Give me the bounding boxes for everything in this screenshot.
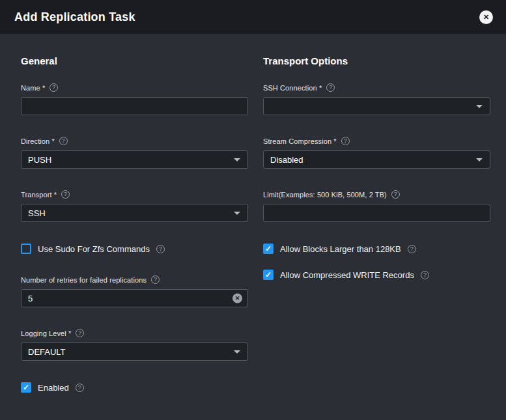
retries-label: Number of retries for failed replication…: [21, 276, 147, 284]
limit-field-group: Limit(Examples: 500 KiB, 500M, 2 TB) ?: [263, 190, 490, 222]
sudo-checkbox-row[interactable]: ✓ Use Sudo For Zfs Commands ?: [21, 244, 248, 254]
ssh-connection-select[interactable]: [263, 97, 490, 115]
retries-input[interactable]: [21, 289, 248, 307]
help-icon[interactable]: ?: [49, 83, 58, 92]
logging-field-group: Logging Level * ? DEFAULT: [21, 329, 248, 361]
name-label-row: Name * ?: [21, 83, 248, 92]
help-icon[interactable]: ?: [408, 245, 416, 253]
check-icon: ✓: [265, 271, 272, 279]
chevron-down-icon: [234, 212, 240, 215]
clear-glyph: ✕: [235, 296, 240, 301]
check-icon: ✓: [23, 384, 29, 391]
transport-options-heading: Transport Options: [263, 55, 490, 66]
transport-select-value: SSH: [28, 208, 46, 218]
name-label: Name *: [21, 84, 45, 92]
direction-field-group: Direction * ? PUSH: [21, 137, 248, 169]
enabled-checkbox[interactable]: ✓: [21, 382, 31, 393]
name-field-group: Name * ?: [21, 83, 248, 115]
help-icon[interactable]: ?: [76, 384, 84, 392]
retries-label-row: Number of retries for failed replication…: [21, 275, 248, 284]
chevron-down-icon: [234, 350, 240, 354]
close-glyph: ✕: [483, 14, 489, 21]
compressed-write-checkbox[interactable]: ✓: [263, 270, 274, 280]
transport-options-column: Transport Options SSH Connection * ? Str…: [263, 34, 490, 414]
retries-input-wrap: ✕: [21, 289, 248, 307]
transport-select[interactable]: SSH: [21, 204, 248, 222]
limit-label-row: Limit(Examples: 500 KiB, 500M, 2 TB) ?: [263, 190, 490, 199]
dialog-header: Add Replication Task ✕: [0, 0, 506, 34]
transport-field-group: Transport * ? SSH: [21, 190, 248, 222]
close-icon[interactable]: ✕: [479, 10, 493, 24]
compressed-write-checkbox-label: Allow Compressed WRITE Records: [280, 270, 414, 280]
enabled-checkbox-label: Enabled: [38, 383, 69, 393]
transport-label-row: Transport * ?: [21, 190, 248, 199]
retries-field-group: Number of retries for failed replication…: [21, 275, 248, 307]
chevron-down-icon: [476, 158, 483, 161]
large-blocks-checkbox-row[interactable]: ✓ Allow Blocks Larger than 128KB ?: [263, 244, 490, 254]
help-icon[interactable]: ?: [151, 275, 160, 284]
stream-compression-label: Stream Compression *: [263, 137, 337, 145]
enabled-checkbox-row[interactable]: ✓ Enabled ?: [21, 382, 248, 393]
general-heading: General: [21, 55, 248, 66]
logging-label: Logging Level *: [21, 329, 71, 337]
direction-select[interactable]: PUSH: [21, 150, 248, 169]
help-icon[interactable]: ?: [59, 137, 68, 145]
compressed-write-checkbox-row[interactable]: ✓ Allow Compressed WRITE Records ?: [263, 270, 490, 280]
general-column: General Name * ? Direction * ? PUSH Tran…: [21, 34, 248, 414]
chevron-down-icon: [234, 158, 240, 161]
direction-label: Direction *: [21, 137, 55, 145]
stream-compression-field-group: Stream Compression * ? Disabled: [263, 137, 490, 169]
ssh-connection-field-group: SSH Connection * ?: [263, 83, 490, 115]
stream-compression-label-row: Stream Compression * ?: [263, 137, 490, 145]
help-icon[interactable]: ?: [341, 137, 350, 145]
logging-label-row: Logging Level * ?: [21, 329, 248, 337]
limit-label: Limit(Examples: 500 KiB, 500M, 2 TB): [263, 191, 387, 199]
help-icon[interactable]: ?: [326, 83, 335, 92]
sudo-checkbox-label: Use Sudo For Zfs Commands: [38, 244, 150, 254]
large-blocks-checkbox-label: Allow Blocks Larger than 128KB: [280, 244, 401, 254]
name-input[interactable]: [21, 97, 248, 115]
stream-compression-select-value: Disabled: [270, 155, 303, 165]
chevron-down-icon: [476, 105, 483, 108]
check-icon: ✓: [265, 245, 272, 253]
help-icon[interactable]: ?: [156, 245, 165, 253]
direction-select-value: PUSH: [28, 155, 51, 165]
help-icon[interactable]: ?: [421, 271, 429, 279]
ssh-connection-label: SSH Connection *: [263, 84, 322, 92]
dialog-body: General Name * ? Direction * ? PUSH Tran…: [0, 34, 506, 414]
limit-input[interactable]: [263, 204, 490, 222]
ssh-connection-label-row: SSH Connection * ?: [263, 83, 490, 92]
dialog-title: Add Replication Task: [14, 10, 135, 24]
help-icon[interactable]: ?: [391, 190, 400, 199]
logging-select[interactable]: DEFAULT: [21, 343, 248, 361]
direction-label-row: Direction * ?: [21, 137, 248, 145]
transport-label: Transport *: [21, 191, 57, 199]
clear-icon[interactable]: ✕: [232, 294, 242, 303]
large-blocks-checkbox[interactable]: ✓: [263, 244, 274, 254]
help-icon[interactable]: ?: [61, 190, 70, 199]
stream-compression-select[interactable]: Disabled: [263, 150, 490, 169]
logging-select-value: DEFAULT: [28, 347, 66, 357]
help-icon[interactable]: ?: [76, 329, 84, 337]
sudo-checkbox[interactable]: ✓: [21, 244, 31, 254]
